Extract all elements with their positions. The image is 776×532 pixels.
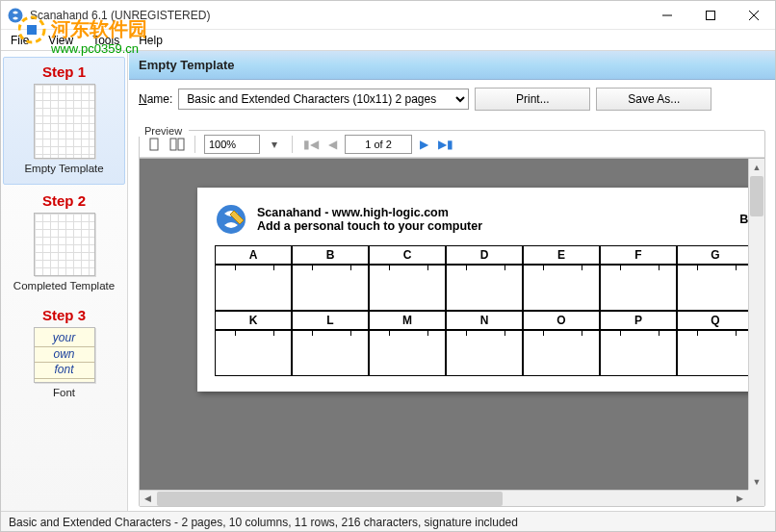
sidebar: Step 1 Empty Template Step 2 Completed T… (1, 51, 128, 511)
statusbar: Basic and Extended Characters - 2 pages,… (1, 511, 775, 532)
window-titlebar: Scanahand 6.1 (UNREGISTERED) (1, 1, 775, 30)
svg-rect-9 (178, 139, 184, 150)
horizontal-scrollbar[interactable]: ◀ ▶ (140, 490, 748, 506)
svg-rect-2 (706, 11, 714, 19)
single-page-icon[interactable] (145, 136, 163, 153)
preview-legend: Preview (139, 125, 189, 137)
first-page-button[interactable]: ▮◀ (301, 138, 321, 151)
next-page-button[interactable]: ▶ (418, 138, 430, 151)
menu-help[interactable]: Help (135, 32, 167, 49)
minimize-button[interactable] (645, 1, 688, 30)
maximize-button[interactable] (688, 1, 732, 30)
scroll-up-icon[interactable]: ▲ (749, 159, 764, 175)
svg-rect-8 (170, 139, 176, 150)
step3-caption: Font (1, 387, 127, 398)
menu-view[interactable]: View (44, 32, 77, 49)
h-scroll-thumb[interactable] (157, 492, 503, 506)
scanahand-logo-icon (215, 203, 247, 236)
step2-caption: Completed Template (1, 280, 127, 291)
print-button[interactable]: Print... (475, 88, 590, 111)
v-scroll-thumb[interactable] (750, 176, 763, 216)
save-as-button[interactable]: Save As... (596, 88, 711, 111)
main-panel: Empty Template Name: Basic and Extended … (128, 51, 775, 511)
name-label: Name: (139, 92, 172, 106)
multi-page-icon[interactable] (168, 136, 186, 153)
preview-viewport: Scanahand - www.high-logic.com Add a per… (140, 158, 764, 506)
menu-file[interactable]: File (7, 32, 33, 49)
vertical-scrollbar[interactable]: ▲ ▼ (748, 159, 764, 490)
page-header: Empty Template (129, 51, 775, 80)
template-subtitle: Add a personal touch to your computer (257, 219, 482, 233)
step1-thumbnail (34, 84, 95, 159)
svg-point-0 (9, 8, 23, 22)
template-name-select[interactable]: Basic and Extended Characters (10x11) 2 … (178, 89, 469, 110)
step3-title: Step 3 (1, 307, 127, 323)
preview-box: ▾ ▮◀ ◀ ▶ ▶▮ (139, 130, 765, 507)
zoom-select[interactable] (204, 135, 260, 154)
menu-tools[interactable]: Tools (89, 32, 123, 49)
window-title: Scanahand 6.1 (UNREGISTERED) (30, 9, 210, 22)
svg-rect-7 (150, 139, 158, 150)
page-indicator[interactable] (345, 135, 412, 154)
step2-thumbnail (34, 213, 95, 276)
scroll-left-icon[interactable]: ◀ (140, 491, 156, 506)
template-title: Scanahand - www.high-logic.com (257, 206, 482, 219)
sidebar-step1[interactable]: Step 1 Empty Template (3, 57, 125, 185)
sidebar-step3[interactable]: Step 3 your own font Font (1, 301, 127, 408)
scroll-right-icon[interactable]: ▶ (732, 491, 748, 506)
close-button[interactable] (732, 1, 775, 30)
step2-title: Step 2 (1, 192, 127, 209)
scroll-down-icon[interactable]: ▼ (749, 473, 764, 490)
status-text: Basic and Extended Characters - 2 pages,… (9, 516, 518, 529)
menubar: File View Tools Help (1, 30, 775, 51)
sidebar-step2[interactable]: Step 2 Completed Template (1, 187, 127, 301)
template-page: Scanahand - www.high-logic.com Add a per… (197, 188, 764, 392)
last-page-button[interactable]: ▶▮ (436, 138, 455, 151)
zoom-dropdown-icon[interactable]: ▾ (266, 136, 283, 153)
preview-toolbar: ▾ ▮◀ ◀ ▶ ▶▮ (140, 131, 764, 158)
step3-thumbnail: your own font (34, 327, 95, 383)
step1-title: Step 1 (4, 63, 124, 80)
char-grid: A B C D E F G H K L M N (215, 245, 764, 376)
name-row: Name: Basic and Extended Characters (10x… (129, 80, 775, 118)
app-icon (7, 7, 24, 24)
prev-page-button[interactable]: ◀ (326, 138, 339, 151)
step1-caption: Empty Template (4, 163, 124, 174)
